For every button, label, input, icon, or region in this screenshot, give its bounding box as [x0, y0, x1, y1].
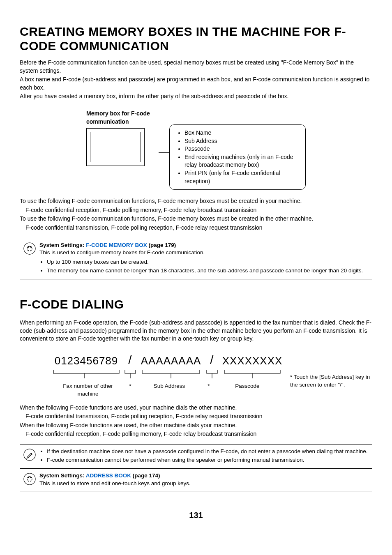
- callout-title-prefix: System Settings:: [39, 242, 86, 248]
- usage-text: To use the following F-code communicatio…: [20, 215, 372, 223]
- callout-system-settings: System Settings: ADDRESS BOOK (page 174)…: [20, 469, 372, 491]
- list-item: Box Name: [184, 129, 297, 137]
- func-text: When the following F-code functions are …: [20, 421, 372, 430]
- list-item: Print PIN (only for F-code confidential …: [184, 169, 297, 185]
- callout-system-settings: System Settings: F-CODE MEMORY BOX (page…: [20, 238, 372, 280]
- heading-fcode-dialing: F-CODE DIALING: [20, 296, 372, 313]
- list-item: Up to 100 memory boxes can be created.: [47, 258, 372, 266]
- callout-note: If the destination machine does not have…: [20, 444, 372, 469]
- gear-icon: [20, 242, 39, 255]
- memory-box-graphic: [86, 128, 145, 166]
- bracket: [204, 369, 220, 382]
- func-text: F-code confidential transmission, F-code…: [25, 412, 372, 421]
- label-passcode: Passcode: [217, 382, 278, 398]
- bracket: [52, 369, 121, 382]
- memory-box-fields: Box Name Sub Address Passcode End receiv…: [169, 124, 306, 190]
- label-star: *: [122, 382, 138, 398]
- dial-intro: When performing an F-code operation, the…: [20, 319, 372, 343]
- diagram-dialing: 0123456789 / AAAAAAAA /: [20, 351, 372, 398]
- heading-main: CREATING MEMORY BOXES IN THE MACHINE FOR…: [20, 25, 372, 53]
- func-text: F-code confidential reception, F-code po…: [25, 430, 372, 438]
- gear-icon: [20, 472, 39, 485]
- dial-sub-address: AAAAAAAA: [141, 353, 201, 368]
- label-star: *: [201, 382, 217, 398]
- bracket: [140, 369, 202, 382]
- svg-point-4: [29, 478, 30, 480]
- dial-slash: /: [210, 351, 214, 368]
- list-item: Passcode: [184, 145, 297, 153]
- diagram-memory-box: Memory box for F-code communication Box …: [20, 110, 372, 190]
- bracket: [122, 369, 138, 382]
- list-item: If the destination machine does not have…: [47, 448, 372, 456]
- link-fcode-memory-box[interactable]: F-CODE MEMORY BOX: [86, 242, 147, 248]
- list-item: End receiving machines (only in an F-cod…: [184, 153, 297, 169]
- intro-paragraph: After you have created a memory box, inf…: [20, 92, 372, 101]
- list-item: Sub Address: [184, 137, 297, 145]
- page-number: 131: [20, 509, 372, 521]
- intro-paragraph: Before the F-code communication function…: [20, 59, 372, 75]
- list-item: The memory box name cannot be longer tha…: [47, 267, 372, 275]
- callout-desc: This is used to configure memory boxes f…: [39, 249, 372, 257]
- usage-text: F-code confidential reception, F-code po…: [25, 206, 372, 214]
- callout-desc: This is used to store and edit one-touch…: [39, 480, 372, 488]
- pencil-note-icon: [20, 448, 39, 461]
- label-fax: Fax number of other machine: [52, 382, 122, 398]
- connector-line: [159, 152, 169, 153]
- intro-paragraph: A box name and F-code (sub-address and p…: [20, 76, 372, 92]
- callout-title-prefix: System Settings:: [39, 472, 86, 479]
- label-sub-address: Sub Address: [138, 382, 201, 398]
- usage-text: To use the following F-code communicatio…: [20, 197, 372, 205]
- footnote: * Touch the [Sub Address] key in the scr…: [290, 351, 372, 389]
- dial-passcode: XXXXXXXX: [222, 353, 283, 368]
- dial-fax-number: 0123456789: [55, 353, 118, 368]
- diagram-caption: Memory box for F-code communication: [86, 110, 156, 126]
- bracket: [222, 369, 283, 382]
- svg-point-1: [29, 248, 30, 249]
- usage-text: F-code confidential transmission, F-code…: [25, 224, 372, 232]
- callout-title-suffix: (page 179): [147, 242, 176, 248]
- callout-title-suffix: (page 174): [131, 472, 160, 479]
- func-text: When the following F-code functions are …: [20, 404, 372, 412]
- dial-slash: /: [128, 351, 132, 368]
- list-item: F-code communication cannot be performed…: [47, 456, 372, 464]
- link-address-book[interactable]: ADDRESS BOOK: [86, 472, 131, 479]
